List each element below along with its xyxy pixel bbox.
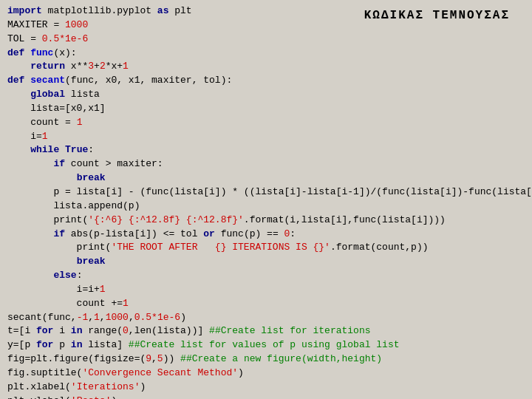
code-line-23: secant(func,-1,1,1000,0.5*1e-6) bbox=[7, 311, 525, 325]
code-line-10: i=1 bbox=[7, 130, 525, 144]
code-line-8: lista=[x0,x1] bbox=[7, 102, 525, 116]
code-container: ΚΩΔΙΚΑΣ ΤΕΜΝΟΥΣΑΣ import matplotllib.pyp… bbox=[0, 0, 532, 399]
header-title: ΚΩΔΙΚΑΣ ΤΕΜΝΟΥΣΑΣ bbox=[364, 7, 510, 24]
code-line-7: global lista bbox=[7, 88, 525, 102]
code-line-11: while True: bbox=[7, 143, 525, 157]
code-line-24: t=[i for i in range(0,len(lista))] ##Cre… bbox=[7, 324, 525, 338]
code-line-28: plt.xlabel('Iterations') bbox=[7, 381, 525, 395]
code-line-5: return x**3+2*x+1 bbox=[7, 60, 525, 74]
code-line-3: TOL = 0.5*1e-6 bbox=[7, 33, 525, 47]
code-line-6: def secant(func, x0, x1, maxiter, tol): bbox=[7, 74, 525, 88]
code-line-9: count = 1 bbox=[7, 116, 525, 130]
code-line-22: count +=1 bbox=[7, 297, 525, 311]
code-line-16: print('{:^6} {:^12.8f} {:^12.8f}'.format… bbox=[7, 214, 525, 228]
code-line-14: p = lista[i] - (func(lista[i]) * ((lista… bbox=[7, 185, 525, 200]
code-line-21: i=i+1 bbox=[7, 283, 525, 297]
code-line-4: def func(x): bbox=[7, 47, 525, 61]
code-line-12: if count > maxiter: bbox=[7, 157, 525, 171]
keyword-import: import bbox=[7, 4, 42, 18]
code-line-20: else: bbox=[7, 269, 525, 283]
code-line-15: lista.append(p) bbox=[7, 200, 525, 214]
code-line-19: break bbox=[7, 255, 525, 269]
code-line-17: if abs(p-lista[i]) <= tol or func(p) == … bbox=[7, 228, 525, 242]
code-line-18: print('THE ROOT AFTER {} ITERATIONS IS {… bbox=[7, 241, 525, 255]
code-line-27: fig.suptitle('Convergence Secant Method'… bbox=[7, 366, 525, 381]
code-line-26: fig=plt.figure(figsize=(9,5)) ##Create a… bbox=[7, 352, 525, 366]
code-line-29: plt.ylabel('Roots') bbox=[7, 395, 525, 399]
code-line-25: y=[p for p in lista] ##Create list for v… bbox=[7, 338, 525, 352]
code-line-13: break bbox=[7, 171, 525, 185]
